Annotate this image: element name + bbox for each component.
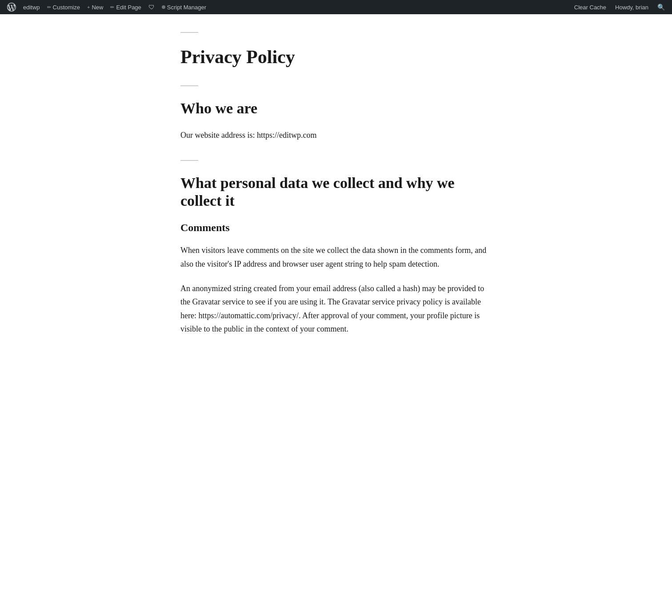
comments-paragraph-2: An anonymized string created from your e… <box>180 282 492 336</box>
yoast-button[interactable]: 🛡 <box>145 0 158 14</box>
comments-paragraph-1: When visitors leave comments on the site… <box>180 244 492 271</box>
edit-icon: ✏ <box>110 4 114 10</box>
divider-2 <box>180 85 492 86</box>
new-button[interactable]: + New <box>84 0 107 14</box>
script-manager-dot <box>162 5 165 9</box>
divider-1 <box>180 32 492 33</box>
clear-cache-label: Clear Cache <box>574 4 606 11</box>
script-manager-label: Script Manager <box>167 4 206 11</box>
customize-icon: ✏ <box>47 4 51 10</box>
clear-cache-button[interactable]: Clear Cache <box>571 0 610 14</box>
new-label: New <box>92 4 103 11</box>
comments-heading: Comments <box>180 221 492 235</box>
edit-page-label: Edit Page <box>116 4 141 11</box>
search-icon: 🔍 <box>657 4 665 11</box>
wordpress-icon <box>7 3 16 12</box>
wp-logo-button[interactable] <box>4 0 20 14</box>
search-button[interactable]: 🔍 <box>654 0 668 14</box>
admin-bar: editwp ✏ Customize + New ✏ Edit Page 🛡 S… <box>0 0 672 14</box>
site-name-label: editwp <box>23 4 40 11</box>
howdy-button[interactable]: Howdy, brian <box>612 0 652 14</box>
personal-data-section: What personal data we collect and why we… <box>180 174 492 336</box>
personal-data-heading: What personal data we collect and why we… <box>180 174 492 211</box>
edit-page-button[interactable]: ✏ Edit Page <box>107 0 144 14</box>
who-we-are-text: Our website address is: https://editwp.c… <box>180 128 492 142</box>
customize-button[interactable]: ✏ Customize <box>44 0 84 14</box>
customize-label: Customize <box>53 4 80 11</box>
script-manager-button[interactable]: Script Manager <box>158 0 210 14</box>
howdy-label: Howdy, brian <box>615 4 648 11</box>
page-title: Privacy Policy <box>180 46 492 68</box>
who-we-are-heading: Who we are <box>180 100 492 118</box>
yoast-icon: 🛡 <box>148 4 155 11</box>
who-we-are-section: Who we are Our website address is: https… <box>180 100 492 142</box>
new-icon: + <box>87 4 90 10</box>
divider-3 <box>180 160 492 161</box>
page-content: Privacy Policy Who we are Our website ad… <box>172 14 500 389</box>
site-name-button[interactable]: editwp <box>20 0 44 14</box>
